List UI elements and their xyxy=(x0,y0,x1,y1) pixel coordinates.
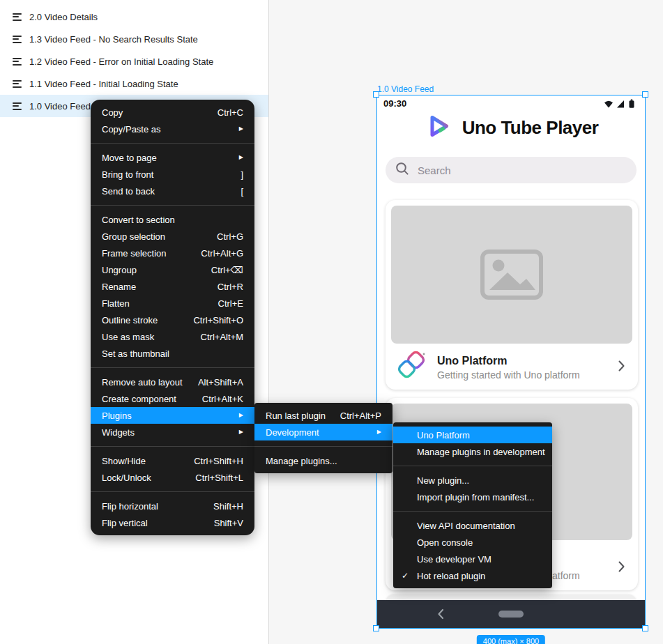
status-bar: 09:30 xyxy=(377,95,645,112)
app-title: Uno Tube Player xyxy=(462,117,599,139)
chevron-right-icon[interactable] xyxy=(618,360,625,375)
layer-label: 1.3 Video Feed - No Search Results State xyxy=(29,34,198,45)
menu-item-lock-unlock[interactable]: Lock/Unlock Ctrl+Shift+L xyxy=(91,469,254,486)
menu-item-bring-to-front[interactable]: Bring to front ] xyxy=(91,166,254,183)
menu-item-copy-paste-as[interactable]: Copy/Paste as ▶ xyxy=(91,121,254,137)
menu-item-frame-selection[interactable]: Frame selection Ctrl+Alt+G xyxy=(91,245,254,261)
selection-handle-top-right[interactable] xyxy=(642,91,648,98)
context-menu: Copy Ctrl+C Copy/Paste as ▶ Move to page… xyxy=(91,100,254,535)
menu-item-show-hide[interactable]: Show/Hide Ctrl+Shift+H xyxy=(91,452,254,469)
menu-item-send-to-back[interactable]: Send to back [ xyxy=(91,183,254,199)
card-subtitle: Getting started with Uno platform xyxy=(437,369,608,381)
selection-handle-bottom-left[interactable] xyxy=(373,625,379,631)
menu-item-create-component[interactable]: Create component Ctrl+Alt+K xyxy=(91,390,254,407)
frame-dimensions-badge: 400 (max) × 800 xyxy=(477,635,545,644)
frame-layer-icon xyxy=(13,58,22,66)
layer-item-1-3[interactable]: 1.3 Video Feed - No Search Results State xyxy=(0,28,268,50)
menu-separator xyxy=(91,446,254,447)
menu-item-new-plugin[interactable]: New plugin... xyxy=(393,472,552,489)
menu-separator xyxy=(91,491,254,492)
layer-label: 1.2 Video Feed - Error on Initial Loadin… xyxy=(29,56,213,67)
status-time: 09:30 xyxy=(383,98,406,109)
selection-handle-top-left[interactable] xyxy=(373,91,379,98)
app-header: Uno Tube Player xyxy=(377,112,645,143)
layer-item-1-1[interactable]: 1.1 Video Feed - Initial Loading State xyxy=(0,72,268,95)
development-submenu: Uno Platform Manage plugins in developme… xyxy=(393,422,552,588)
video-card[interactable]: Uno Platform Getting started with Uno pl… xyxy=(386,200,638,390)
menu-item-ungroup[interactable]: Ungroup Ctrl+⌫ xyxy=(91,261,254,278)
submenu-arrow-icon: ▶ xyxy=(239,126,243,132)
wifi-icon xyxy=(604,101,613,108)
menu-item-manage-plugins[interactable]: Manage plugins... xyxy=(254,452,393,469)
menu-item-set-as-thumbnail[interactable]: Set as thumbnail xyxy=(91,345,254,362)
menu-item-import-plugin-from-manifest[interactable]: Import plugin from manifest... xyxy=(393,489,552,505)
menu-separator xyxy=(393,511,552,512)
menu-item-remove-auto-layout[interactable]: Remove auto layout Alt+Shift+A xyxy=(91,374,254,390)
submenu-arrow-icon: ▶ xyxy=(239,429,243,435)
uno-play-logo-icon xyxy=(424,112,453,144)
nav-back-icon[interactable] xyxy=(437,608,444,622)
menu-item-manage-plugins-in-development[interactable]: Manage plugins in development xyxy=(393,443,552,460)
menu-item-use-developer-vm[interactable]: Use developer VM xyxy=(393,551,552,567)
uno-platform-logo-icon xyxy=(395,350,427,385)
menu-item-flatten[interactable]: Flatten Ctrl+E xyxy=(91,295,254,312)
menu-item-outline-stroke[interactable]: Outline stroke Ctrl+Shift+O xyxy=(91,312,254,328)
nav-home-pill[interactable] xyxy=(498,611,524,618)
frame-layer-icon xyxy=(13,36,22,43)
menu-item-view-api-documentation[interactable]: View API documentation xyxy=(393,517,552,534)
layer-label: 1.0 Video Feed xyxy=(29,101,91,112)
submenu-arrow-icon: ▶ xyxy=(377,429,381,435)
search-icon xyxy=(395,162,409,178)
layer-label: 2.0 Video Details xyxy=(29,12,98,22)
chevron-right-icon[interactable] xyxy=(618,560,625,576)
layer-item-1-2[interactable]: 1.2 Video Feed - Error on Initial Loadin… xyxy=(0,50,268,72)
menu-separator xyxy=(393,466,552,466)
search-input[interactable] xyxy=(418,164,627,176)
plugins-submenu: Run last plugin Ctrl+Alt+P Development ▶… xyxy=(254,403,393,473)
menu-separator xyxy=(254,446,393,447)
layer-label: 1.1 Video Feed - Initial Loading State xyxy=(29,79,178,89)
video-thumbnail-placeholder xyxy=(391,206,632,344)
menu-item-group-selection[interactable]: Group selection Ctrl+G xyxy=(91,228,254,245)
signal-icon xyxy=(617,100,624,108)
menu-item-hot-reload-plugin[interactable]: ✓ Hot reload plugin xyxy=(393,567,552,584)
submenu-arrow-icon: ▶ xyxy=(239,413,243,418)
frame-layer-icon xyxy=(13,80,22,88)
frame-layer-icon xyxy=(13,102,22,110)
menu-item-development[interactable]: Development ▶ xyxy=(254,424,393,440)
selection-handle-bottom-right[interactable] xyxy=(642,625,648,631)
search-bar[interactable] xyxy=(386,157,637,183)
menu-item-flip-horizontal[interactable]: Flip horizontal Shift+H xyxy=(91,498,254,514)
card-title: Uno Platform xyxy=(437,355,608,367)
submenu-arrow-icon: ▶ xyxy=(239,155,243,160)
menu-item-run-last-plugin[interactable]: Run last plugin Ctrl+Alt+P xyxy=(254,407,393,424)
checkmark-icon: ✓ xyxy=(402,571,409,581)
battery-icon xyxy=(630,100,634,108)
menu-item-move-to-page[interactable]: Move to page ▶ xyxy=(91,149,254,166)
menu-item-open-console[interactable]: Open console xyxy=(393,534,552,551)
frame-layer-icon xyxy=(13,13,22,21)
menu-item-plugins[interactable]: Plugins ▶ xyxy=(91,407,254,424)
menu-item-flip-vertical[interactable]: Flip vertical Shift+V xyxy=(91,514,254,531)
menu-item-rename[interactable]: Rename Ctrl+R xyxy=(91,278,254,295)
menu-item-copy[interactable]: Copy Ctrl+C xyxy=(91,104,254,121)
android-nav-bar xyxy=(377,600,645,628)
menu-separator xyxy=(91,143,254,144)
menu-item-use-as-mask[interactable]: Use as mask Ctrl+Alt+M xyxy=(91,328,254,345)
menu-separator xyxy=(91,205,254,206)
status-icons xyxy=(603,99,639,112)
frame-name-label[interactable]: 1.0 Video Feed xyxy=(377,84,434,94)
menu-separator xyxy=(91,367,254,368)
menu-item-uno-platform[interactable]: Uno Platform xyxy=(393,427,552,443)
menu-item-convert-to-section[interactable]: Convert to section xyxy=(91,211,254,228)
menu-item-widgets[interactable]: Widgets ▶ xyxy=(91,424,254,440)
picture-icon xyxy=(480,249,544,300)
layer-item-2-0[interactable]: 2.0 Video Details xyxy=(0,6,268,28)
